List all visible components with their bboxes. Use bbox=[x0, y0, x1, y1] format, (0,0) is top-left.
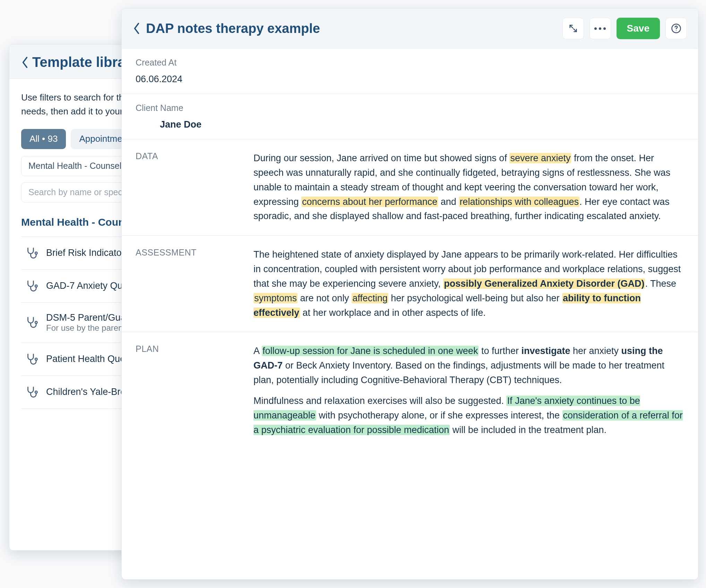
stethoscope-icon bbox=[25, 386, 38, 399]
text: or Beck Anxiety Inventory. Based on the … bbox=[253, 360, 664, 385]
section-label: DATA bbox=[136, 151, 240, 224]
section-data: DATA During our session, Jane arrived on… bbox=[122, 139, 698, 236]
back-icon[interactable] bbox=[133, 22, 140, 35]
category-select-value: Mental Health - Counseling bbox=[28, 161, 133, 171]
text: at her workplace and in other aspects of… bbox=[300, 308, 486, 318]
text: During our session, Jane arrived on time… bbox=[253, 153, 509, 163]
svg-point-8 bbox=[676, 30, 677, 31]
save-button[interactable]: Save bbox=[617, 18, 660, 39]
note-title: DAP notes therapy example bbox=[146, 21, 557, 36]
note-header: DAP notes therapy example Save bbox=[122, 9, 698, 49]
text: . These bbox=[645, 278, 676, 289]
text: A bbox=[253, 346, 262, 356]
text: and bbox=[438, 197, 459, 207]
svg-point-4 bbox=[35, 391, 37, 393]
more-button[interactable] bbox=[589, 18, 611, 39]
text: with psychotherapy alone, or if she expr… bbox=[316, 410, 562, 421]
section-label: ASSESSMENT bbox=[136, 248, 240, 320]
more-icon bbox=[594, 27, 606, 30]
highlight: affecting bbox=[352, 293, 388, 303]
stethoscope-icon bbox=[25, 353, 38, 366]
expand-icon bbox=[568, 24, 578, 33]
note-detail-panel: DAP notes therapy example Save Created A… bbox=[121, 8, 698, 580]
text: her anxiety bbox=[570, 346, 621, 356]
section-content: The heightened state of anxiety displaye… bbox=[253, 248, 684, 320]
stethoscope-icon bbox=[25, 247, 38, 260]
expand-button[interactable] bbox=[562, 18, 584, 39]
svg-point-1 bbox=[35, 285, 37, 287]
text: Mindfulness and relaxation exercises wil… bbox=[253, 396, 506, 406]
highlight: follow-up session for Jane is scheduled … bbox=[262, 346, 479, 356]
chip-all[interactable]: All • 93 bbox=[21, 129, 66, 149]
svg-point-0 bbox=[35, 252, 37, 254]
section-content: A follow-up session for Jane is schedule… bbox=[253, 344, 684, 437]
section-plan: PLAN A follow-up session for Jane is sch… bbox=[122, 332, 698, 449]
client-name-value: Jane Doe bbox=[136, 119, 684, 130]
section-content: During our session, Jane arrived on time… bbox=[253, 151, 684, 224]
section-label: PLAN bbox=[136, 344, 240, 437]
text: are not only bbox=[298, 293, 352, 303]
back-icon[interactable] bbox=[21, 56, 29, 69]
highlight: severe anxiety bbox=[509, 153, 571, 163]
created-at-value: 06.06.2024 bbox=[136, 74, 684, 85]
text: to further bbox=[479, 346, 521, 356]
created-at-label: Created At bbox=[136, 58, 684, 68]
stethoscope-icon bbox=[25, 279, 38, 293]
bold: investigate bbox=[521, 346, 570, 356]
client-name-label: Client Name bbox=[136, 103, 684, 113]
help-button[interactable] bbox=[665, 18, 687, 39]
highlight: relationships with colleagues bbox=[459, 197, 579, 207]
created-at-block: Created At 06.06.2024 bbox=[122, 49, 698, 94]
text: will be included in the treatment plan. bbox=[450, 425, 606, 435]
highlight-bold: possibly Generalized Anxiety Disorder (G… bbox=[443, 278, 645, 289]
client-name-block: Client Name Jane Doe bbox=[122, 94, 698, 139]
section-assessment: ASSESSMENT The heightened state of anxie… bbox=[122, 236, 698, 332]
highlight: concerns about her performance bbox=[301, 197, 438, 207]
svg-point-3 bbox=[35, 358, 37, 360]
text: her psychological well-being but also he… bbox=[388, 293, 562, 303]
stethoscope-icon bbox=[25, 316, 38, 329]
note-body: Created At 06.06.2024 Client Name Jane D… bbox=[122, 49, 698, 579]
help-icon bbox=[671, 23, 681, 34]
highlight: symptoms bbox=[253, 293, 298, 303]
svg-point-2 bbox=[35, 321, 37, 323]
